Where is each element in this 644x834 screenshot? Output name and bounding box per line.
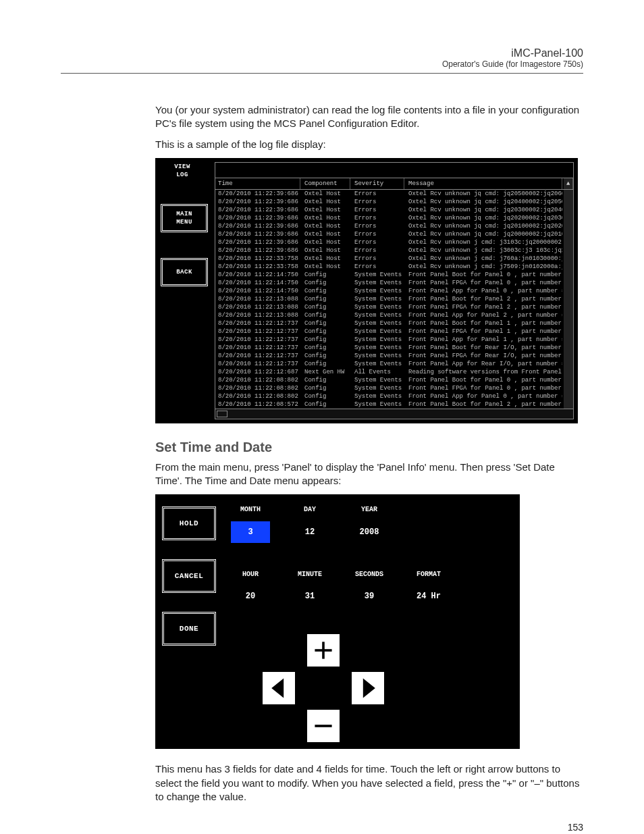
value-seconds[interactable]: 39 <box>350 585 389 607</box>
value-format[interactable]: 24 Hr <box>409 585 448 607</box>
value-hour[interactable]: 20 <box>231 585 270 607</box>
label-minute: MINUTE <box>290 570 329 579</box>
value-day[interactable]: 12 <box>290 521 329 543</box>
section-heading-set-time: Set Time and Date <box>155 438 583 457</box>
log-row: 8/20/2010 11:22:12:737ConfigSystem Event… <box>215 328 573 336</box>
log-row: 8/20/2010 11:22:12:737ConfigSystem Event… <box>215 360 573 368</box>
scrollbar-up-icon[interactable]: ▲ <box>564 178 573 189</box>
label-hour: HOUR <box>231 570 270 579</box>
log-row: 8/20/2010 11:22:13:088ConfigSystem Event… <box>215 303 573 311</box>
doc-title: iMC-Panel-100 <box>61 47 583 59</box>
page-header: iMC-Panel-100 Operator's Guide (for Imag… <box>61 47 583 74</box>
datetime-panel: HOLD CANCEL DONE MONTH DAY YEAR 3 12 200… <box>155 494 520 749</box>
col-severity: Severity <box>352 178 404 189</box>
log-row: 8/20/2010 11:22:13:088ConfigSystem Event… <box>215 311 573 319</box>
log-row: 8/20/2010 11:22:08:802ConfigSystem Event… <box>215 376 573 384</box>
log-row: 8/20/2010 11:22:39:686Oxtel HostErrorsOx… <box>215 214 573 222</box>
log-display-panel: VIEW LOG MAIN MENU BACK Time Component S… <box>155 158 578 423</box>
log-header-row: Time Component Severity Message ▲ <box>215 178 573 190</box>
log-row: 8/20/2010 11:22:39:686Oxtel HostErrorsOx… <box>215 230 573 238</box>
value-minute[interactable]: 31 <box>290 585 329 607</box>
log-row: 8/20/2010 11:22:14:750ConfigSystem Event… <box>215 287 573 295</box>
intro-paragraph-1: You (or your system administrator) can r… <box>155 103 583 131</box>
log-row: 8/20/2010 11:22:14:750ConfigSystem Event… <box>215 271 573 279</box>
svg-marker-2 <box>271 679 284 698</box>
log-row: 8/20/2010 11:22:39:686Oxtel HostErrorsOx… <box>215 222 573 230</box>
col-component: Component <box>302 178 350 189</box>
label-year: YEAR <box>350 505 389 515</box>
log-row: 8/20/2010 11:22:39:686Oxtel HostErrorsOx… <box>215 238 573 246</box>
log-row: 8/20/2010 11:22:12:737ConfigSystem Event… <box>215 352 573 360</box>
value-year[interactable]: 2008 <box>350 521 389 543</box>
value-month[interactable]: 3 <box>231 521 270 543</box>
label-month: MONTH <box>231 505 270 515</box>
log-row: 8/20/2010 11:22:39:686Oxtel HostErrorsOx… <box>215 246 573 255</box>
log-row: 8/20/2010 11:22:39:686Oxtel HostErrorsOx… <box>215 206 573 214</box>
right-arrow-button[interactable] <box>351 671 385 705</box>
horizontal-scrollbar[interactable] <box>215 409 573 419</box>
log-row: 8/20/2010 11:22:12:737ConfigSystem Event… <box>215 319 573 328</box>
view-log-button[interactable]: VIEW LOG <box>161 163 204 178</box>
page-number: 153 <box>155 821 583 834</box>
done-button[interactable]: DONE <box>162 612 216 646</box>
label-format: FORMAT <box>409 570 448 579</box>
log-row: 8/20/2010 11:22:39:686Oxtel HostErrorsOx… <box>215 190 573 198</box>
back-button[interactable]: BACK <box>161 258 208 286</box>
log-toolbar <box>215 163 573 178</box>
log-row: 8/20/2010 11:22:39:686Oxtel HostErrorsOx… <box>215 198 573 206</box>
log-row: 8/20/2010 11:22:33:758Oxtel HostErrorsOx… <box>215 255 573 263</box>
log-row: 8/20/2010 11:22:12:687Next Gen HWAll Eve… <box>215 368 573 376</box>
plus-button[interactable] <box>306 633 340 667</box>
log-row: 8/20/2010 11:22:33:758Oxtel HostErrorsOx… <box>215 263 573 271</box>
label-day: DAY <box>290 505 329 515</box>
log-row: 8/20/2010 11:22:08:802ConfigSystem Event… <box>215 392 573 400</box>
minus-button[interactable] <box>306 709 340 743</box>
svg-marker-3 <box>363 679 375 698</box>
log-row: 8/20/2010 11:22:14:750ConfigSystem Event… <box>215 279 573 287</box>
intro-paragraph-2: This is a sample of the log file display… <box>155 138 583 151</box>
left-arrow-button[interactable] <box>262 671 296 705</box>
cancel-button[interactable]: CANCEL <box>162 559 216 593</box>
log-body: 8/20/2010 11:22:39:686Oxtel HostErrorsOx… <box>215 190 573 409</box>
col-message: Message <box>406 178 562 189</box>
log-row: 8/20/2010 11:22:13:088ConfigSystem Event… <box>215 295 573 303</box>
log-row: 8/20/2010 11:22:12:737ConfigSystem Event… <box>215 344 573 352</box>
doc-subtitle: Operator's Guide (for Imagestore 750s) <box>61 59 583 69</box>
log-row: 8/20/2010 11:22:08:572ConfigSystem Event… <box>215 400 573 409</box>
log-row: 8/20/2010 11:22:12:737ConfigSystem Event… <box>215 336 573 344</box>
main-menu-button[interactable]: MAIN MENU <box>161 204 208 232</box>
col-time: Time <box>215 178 300 189</box>
hold-button[interactable]: HOLD <box>162 506 216 540</box>
label-seconds: SECONDS <box>350 570 389 579</box>
outro-paragraph: This menu has 3 fields for date and 4 fi… <box>155 762 583 804</box>
section2-paragraph-1: From the main menu, press 'Panel' to dis… <box>155 461 583 488</box>
log-row: 8/20/2010 11:22:08:802ConfigSystem Event… <box>215 384 573 392</box>
